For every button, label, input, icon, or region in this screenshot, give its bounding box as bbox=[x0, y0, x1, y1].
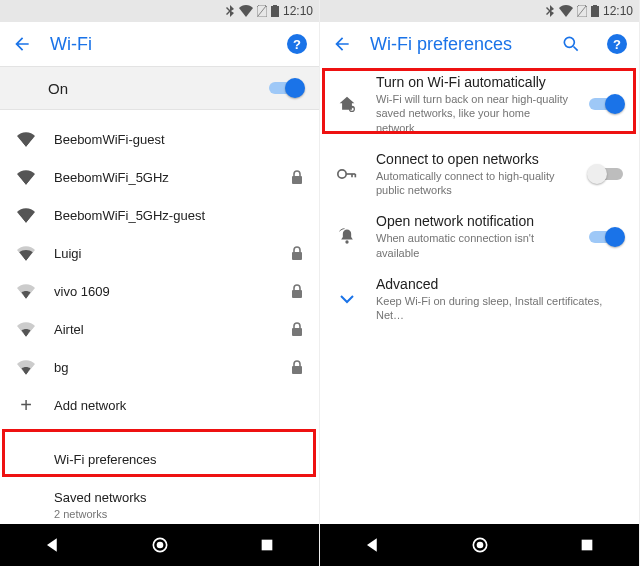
clock: 12:10 bbox=[603, 4, 633, 18]
wifi-preferences-row[interactable]: Wi-Fi preferences bbox=[0, 436, 319, 482]
pref-open-title: Connect to open networks bbox=[376, 151, 571, 167]
no-sim-icon bbox=[257, 5, 267, 17]
pref-auto-sub: Wi-Fi will turn back on near high-qualit… bbox=[376, 92, 571, 135]
back-icon[interactable] bbox=[332, 34, 352, 54]
svg-rect-2 bbox=[273, 5, 277, 6]
status-bar: 12:10 bbox=[0, 0, 319, 22]
svg-point-9 bbox=[157, 542, 164, 549]
network-ssid: Airtel bbox=[54, 322, 273, 337]
bell-wifi-icon bbox=[336, 227, 358, 247]
svg-rect-6 bbox=[292, 328, 302, 336]
svg-rect-4 bbox=[292, 252, 302, 260]
nav-back-icon[interactable] bbox=[364, 536, 382, 554]
svg-line-11 bbox=[578, 6, 586, 16]
back-icon[interactable] bbox=[12, 34, 32, 54]
page-title: Wi-Fi preferences bbox=[370, 34, 543, 55]
wifi-master-switch[interactable] bbox=[269, 79, 303, 97]
wifi-signal-icon bbox=[16, 131, 36, 147]
status-bar: 12:10 bbox=[320, 0, 639, 22]
svg-rect-1 bbox=[271, 6, 279, 17]
key-icon bbox=[336, 168, 358, 180]
saved-networks-row[interactable]: Saved networks 2 networks bbox=[0, 482, 319, 524]
help-icon[interactable]: ? bbox=[607, 34, 627, 54]
saved-networks-sub: 2 networks bbox=[54, 507, 303, 521]
chevron-down-icon bbox=[336, 294, 358, 304]
pref-advanced-sub: Keep Wi-Fi on during sleep, Install cert… bbox=[376, 294, 623, 323]
svg-point-14 bbox=[564, 37, 574, 47]
network-ssid: Luigi bbox=[54, 246, 273, 261]
lock-icon bbox=[291, 360, 303, 374]
nav-bar bbox=[0, 524, 319, 566]
network-ssid: BeebomWiFi-guest bbox=[54, 132, 285, 147]
wifi-signal-icon bbox=[16, 245, 36, 261]
pref-open-switch[interactable] bbox=[589, 165, 623, 183]
home-refresh-icon bbox=[336, 95, 358, 113]
wifi-preferences-label: Wi-Fi preferences bbox=[54, 452, 303, 467]
page-title: Wi-Fi bbox=[50, 34, 269, 55]
svg-rect-7 bbox=[292, 366, 302, 374]
pref-auto-title: Turn on Wi-Fi automatically bbox=[376, 74, 571, 90]
network-row[interactable]: bg bbox=[0, 348, 319, 386]
svg-rect-24 bbox=[581, 540, 592, 551]
network-row[interactable]: BeebomWiFi_5GHz bbox=[0, 158, 319, 196]
svg-rect-3 bbox=[292, 176, 302, 184]
pref-open-networks[interactable]: Connect to open networks Automatically c… bbox=[320, 143, 639, 206]
network-row[interactable]: BeebomWiFi-guest bbox=[0, 120, 319, 158]
bluetooth-icon bbox=[225, 5, 235, 17]
battery-icon bbox=[591, 5, 599, 17]
svg-rect-13 bbox=[593, 5, 597, 6]
network-ssid: BeebomWiFi_5GHz-guest bbox=[54, 208, 285, 223]
network-row[interactable]: Airtel bbox=[0, 310, 319, 348]
battery-icon bbox=[271, 5, 279, 17]
nav-back-icon[interactable] bbox=[44, 536, 62, 554]
nav-bar bbox=[320, 524, 639, 566]
add-network-row[interactable]: + Add network bbox=[0, 386, 319, 424]
svg-point-23 bbox=[477, 542, 484, 549]
add-network-label: Add network bbox=[54, 398, 303, 413]
lock-icon bbox=[291, 284, 303, 298]
wifi-signal-icon bbox=[16, 169, 36, 185]
pref-advanced-title: Advanced bbox=[376, 276, 623, 292]
network-row[interactable]: vivo 1609 bbox=[0, 272, 319, 310]
pref-auto-switch[interactable] bbox=[589, 95, 623, 113]
pref-open-notification[interactable]: Open network notification When automatic… bbox=[320, 205, 639, 268]
preferences-list: Turn on Wi-Fi automatically Wi-Fi will t… bbox=[320, 66, 639, 524]
screen-wifi-preferences: 12:10 Wi-Fi preferences ? Turn on Wi-Fi … bbox=[320, 0, 640, 566]
nav-recents-icon[interactable] bbox=[259, 537, 275, 553]
help-icon[interactable]: ? bbox=[287, 34, 307, 54]
svg-rect-5 bbox=[292, 290, 302, 298]
pref-advanced[interactable]: Advanced Keep Wi-Fi on during sleep, Ins… bbox=[320, 268, 639, 331]
svg-rect-12 bbox=[591, 6, 599, 17]
bluetooth-icon bbox=[545, 5, 555, 17]
lock-icon bbox=[291, 170, 303, 184]
svg-point-21 bbox=[345, 240, 348, 243]
lock-icon bbox=[291, 246, 303, 260]
network-ssid: bg bbox=[54, 360, 273, 375]
nav-recents-icon[interactable] bbox=[579, 537, 595, 553]
screen-wifi-list: 12:10 Wi-Fi ? On BeebomWiFi-guest Beebom… bbox=[0, 0, 320, 566]
nav-home-icon[interactable] bbox=[150, 535, 170, 555]
wifi-master-toggle-row[interactable]: On bbox=[0, 66, 319, 110]
svg-line-15 bbox=[574, 47, 578, 51]
nav-home-icon[interactable] bbox=[470, 535, 490, 555]
saved-networks-title: Saved networks bbox=[54, 490, 303, 505]
pref-auto-wifi[interactable]: Turn on Wi-Fi automatically Wi-Fi will t… bbox=[320, 66, 639, 143]
svg-rect-10 bbox=[261, 540, 272, 551]
wifi-status-icon bbox=[239, 5, 253, 17]
svg-point-17 bbox=[338, 170, 346, 178]
app-bar: Wi-Fi preferences ? bbox=[320, 22, 639, 66]
search-icon[interactable] bbox=[561, 34, 581, 54]
wifi-on-label: On bbox=[48, 80, 68, 97]
wifi-signal-icon bbox=[16, 283, 36, 299]
network-ssid: vivo 1609 bbox=[54, 284, 273, 299]
pref-notify-title: Open network notification bbox=[376, 213, 571, 229]
pref-notify-switch[interactable] bbox=[589, 228, 623, 246]
wifi-signal-icon bbox=[16, 207, 36, 223]
network-row[interactable]: BeebomWiFi_5GHz-guest bbox=[0, 196, 319, 234]
pref-notify-sub: When automatic connection isn't availabl… bbox=[376, 231, 571, 260]
pref-open-sub: Automatically connect to high-quality pu… bbox=[376, 169, 571, 198]
network-row[interactable]: Luigi bbox=[0, 234, 319, 272]
no-sim-icon bbox=[577, 5, 587, 17]
lock-icon bbox=[291, 322, 303, 336]
svg-line-0 bbox=[258, 6, 266, 16]
